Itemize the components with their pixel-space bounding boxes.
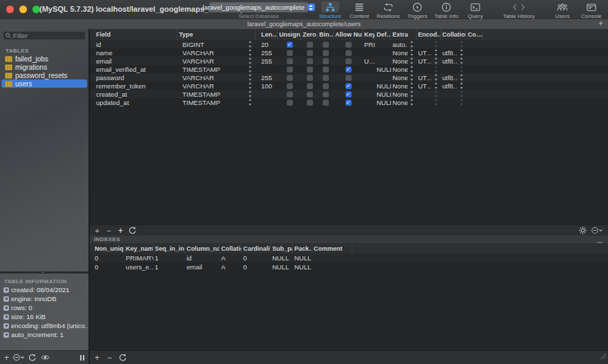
column-header[interactable]: Co… bbox=[466, 29, 483, 40]
column-header[interactable]: Sub_part bbox=[271, 243, 293, 253]
collation-stepper[interactable] bbox=[459, 90, 464, 97]
field-type-cell[interactable]: VARCHAR bbox=[178, 49, 245, 57]
column-header[interactable]: Len… bbox=[256, 29, 278, 40]
field-collation-cell[interactable]: utf8… bbox=[441, 82, 457, 90]
pane-toggle-icon[interactable] bbox=[78, 351, 86, 364]
collation-stepper[interactable] bbox=[459, 99, 464, 106]
field-length-cell[interactable]: 20 bbox=[256, 41, 278, 48]
field-encoding-cell[interactable]: UT… bbox=[417, 57, 432, 65]
collation-stepper[interactable] bbox=[459, 41, 464, 48]
sidebar-table-item[interactable]: migrations bbox=[1, 63, 87, 71]
column-header[interactable]: Pack… bbox=[293, 243, 312, 253]
zerofill-checkbox[interactable] bbox=[307, 75, 313, 81]
unsigned-checkbox[interactable] bbox=[287, 50, 293, 56]
database-dropdown[interactable]: laravel_googlemaps_autocomplete bbox=[209, 2, 308, 12]
add-index-button[interactable]: + bbox=[93, 351, 102, 364]
field-row[interactable]: updated_at TIMESTAMP NULL None bbox=[90, 98, 608, 106]
toolbar-item[interactable]: Table History bbox=[497, 1, 540, 19]
allow-null-checkbox[interactable] bbox=[345, 91, 352, 97]
minimize-window-button[interactable] bbox=[19, 6, 27, 13]
sidebar-table-item[interactable]: users bbox=[1, 79, 87, 88]
allow-null-checkbox[interactable] bbox=[345, 83, 352, 89]
field-name-cell[interactable]: email bbox=[90, 57, 178, 65]
binary-checkbox[interactable] bbox=[323, 99, 329, 106]
field-length-cell[interactable]: 255 bbox=[256, 49, 278, 57]
remove-index-button[interactable]: − bbox=[105, 351, 114, 364]
field-collation-cell[interactable]: utf8… bbox=[441, 74, 457, 82]
field-type-cell[interactable]: TIMESTAMP bbox=[178, 99, 245, 106]
allow-null-checkbox[interactable] bbox=[345, 41, 352, 48]
zerofill-checkbox[interactable] bbox=[307, 99, 313, 106]
column-header[interactable]: Bin… bbox=[318, 29, 334, 40]
encoding-stepper[interactable] bbox=[434, 99, 439, 106]
field-type-cell[interactable]: VARCHAR bbox=[178, 57, 245, 65]
collation-stepper[interactable] bbox=[459, 49, 464, 56]
binary-checkbox[interactable] bbox=[323, 50, 329, 56]
field-extra-cell[interactable]: None bbox=[391, 90, 408, 98]
field-extra-cell[interactable]: None bbox=[391, 57, 408, 65]
binary-checkbox[interactable] bbox=[323, 83, 329, 89]
zerofill-checkbox[interactable] bbox=[307, 83, 313, 89]
field-row[interactable]: email VARCHAR 255 U… None UT… utf8… bbox=[90, 57, 608, 65]
extra-stepper[interactable] bbox=[410, 90, 415, 97]
field-row[interactable]: remember_token VARCHAR 100 NULL None UT…… bbox=[90, 82, 608, 90]
close-window-button[interactable] bbox=[6, 6, 14, 13]
index-row[interactable]: 0 PRIMARY 1 id A 0 NULL NULL bbox=[90, 253, 608, 262]
column-header[interactable]: Allow Null bbox=[334, 29, 363, 40]
refresh-indexes-button[interactable] bbox=[117, 351, 127, 364]
field-length-cell[interactable]: 255 bbox=[256, 57, 278, 65]
column-header[interactable]: Cardinality bbox=[242, 243, 271, 253]
field-extra-cell[interactable]: auto… bbox=[391, 41, 408, 48]
encoding-stepper[interactable] bbox=[434, 57, 439, 64]
extra-stepper[interactable] bbox=[410, 99, 415, 106]
column-header[interactable]: Key bbox=[363, 29, 375, 40]
allow-null-checkbox[interactable] bbox=[345, 66, 352, 73]
binary-checkbox[interactable] bbox=[323, 75, 329, 81]
field-length-cell[interactable]: 255 bbox=[256, 74, 278, 82]
toolbar-item[interactable]: Console bbox=[578, 1, 605, 19]
field-type-cell[interactable]: TIMESTAMP bbox=[178, 66, 245, 73]
field-default-cell[interactable]: NULL bbox=[375, 66, 391, 73]
unsigned-checkbox[interactable] bbox=[287, 66, 293, 73]
collation-stepper[interactable] bbox=[459, 74, 464, 81]
allow-null-checkbox[interactable] bbox=[345, 58, 352, 64]
field-type-cell[interactable]: VARCHAR bbox=[178, 74, 245, 82]
column-header[interactable]: Seq_in_index bbox=[153, 243, 185, 253]
zerofill-checkbox[interactable] bbox=[307, 41, 313, 48]
encoding-stepper[interactable] bbox=[434, 90, 439, 97]
column-header[interactable]: Key_name bbox=[124, 243, 153, 253]
allow-null-checkbox[interactable] bbox=[345, 99, 352, 106]
type-stepper[interactable] bbox=[248, 49, 253, 56]
toolbar-item[interactable]: Table Info bbox=[433, 1, 460, 19]
unsigned-checkbox[interactable] bbox=[287, 58, 293, 64]
remove-field-button[interactable]: − bbox=[103, 226, 115, 236]
zerofill-checkbox[interactable] bbox=[307, 91, 313, 97]
type-stepper[interactable] bbox=[248, 74, 253, 81]
field-type-cell[interactable]: BIGINT bbox=[178, 41, 245, 48]
field-name-cell[interactable]: remember_token bbox=[90, 82, 178, 90]
sidebar-splitter[interactable] bbox=[0, 271, 88, 274]
index-row[interactable]: 0 users_e… 1 email A 0 NULL NULL bbox=[90, 262, 608, 271]
add-tab-button[interactable]: + bbox=[598, 19, 603, 28]
column-header[interactable]: Extra bbox=[391, 29, 417, 40]
field-default-cell[interactable]: NULL bbox=[375, 99, 391, 106]
zerofill-checkbox[interactable] bbox=[307, 50, 313, 56]
column-header[interactable]: Non_unique bbox=[90, 243, 124, 253]
allow-null-checkbox[interactable] bbox=[345, 75, 352, 81]
binary-checkbox[interactable] bbox=[323, 66, 329, 73]
field-collation-cell[interactable]: utf8… bbox=[441, 57, 457, 65]
toolbar-item[interactable]: Structure bbox=[316, 1, 344, 19]
column-header[interactable]: Collation bbox=[441, 29, 466, 40]
field-extra-cell[interactable]: None bbox=[391, 99, 408, 106]
field-row[interactable]: id BIGINT 20 PRI auto… bbox=[90, 40, 608, 48]
column-header[interactable]: Field bbox=[90, 29, 178, 40]
unsigned-checkbox[interactable] bbox=[287, 91, 293, 97]
field-name-cell[interactable]: email_verified_at bbox=[90, 66, 178, 73]
binary-checkbox[interactable] bbox=[323, 41, 329, 48]
field-name-cell[interactable]: updated_at bbox=[90, 99, 178, 106]
field-type-cell[interactable]: TIMESTAMP bbox=[178, 90, 245, 98]
extra-stepper[interactable] bbox=[410, 74, 415, 81]
extra-stepper[interactable] bbox=[410, 49, 415, 56]
column-header[interactable]: Type bbox=[178, 29, 256, 40]
collation-stepper[interactable] bbox=[459, 66, 464, 73]
